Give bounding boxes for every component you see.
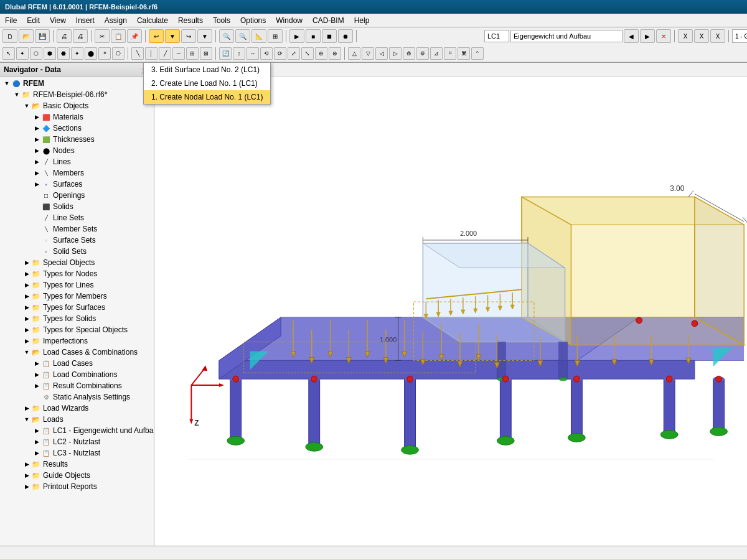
lines-toggle[interactable]: ▶	[32, 157, 41, 166]
loadcomb-toggle[interactable]: ▶	[32, 370, 41, 379]
tree-rfem-root[interactable]: ▼ 🔵 RFEM	[0, 78, 154, 89]
loads-toggle[interactable]: ▼	[22, 415, 31, 424]
tb-new[interactable]: 🗋	[2, 29, 17, 43]
tb2-b2[interactable]: │	[145, 47, 157, 60]
lc-select[interactable]: LC1	[484, 30, 509, 42]
tree-line-sets[interactable]: ▶ ╱ Line Sets	[0, 212, 154, 223]
tree-model[interactable]: ▼ 📁 RFEM-Beispiel-06.rf6*	[0, 89, 154, 100]
tb2-d7[interactable]: ⊿	[430, 47, 443, 60]
sections-toggle[interactable]: ▶	[32, 124, 41, 133]
viewport[interactable]: Loads [kN], [kN/m], [kN/m²] Z	[154, 63, 747, 546]
undo-item-3[interactable]: 1. Create Nodal Load No. 1 (LC1)	[144, 90, 270, 104]
tree-result-combinations[interactable]: ▶ 📋 Result Combinations	[0, 380, 154, 391]
tb2-d8[interactable]: ⌗	[444, 47, 456, 60]
typesmembers-toggle[interactable]: ▶	[22, 292, 31, 301]
tb2-c6[interactable]: ⤢	[288, 47, 300, 60]
tb-open[interactable]: 📂	[19, 29, 34, 43]
tree-sections[interactable]: ▶ 🔷 Sections	[0, 123, 154, 134]
tb2-b3[interactable]: ╱	[159, 47, 171, 60]
tb2-c4[interactable]: ⟲	[260, 47, 273, 60]
tb2-c1[interactable]: 🔄	[219, 47, 232, 60]
basic-toggle[interactable]: ▼	[22, 101, 31, 110]
tree-member-sets[interactable]: ▶ ╲ Member Sets	[0, 223, 154, 235]
tb-e2[interactable]: X	[694, 29, 709, 43]
surfaces-toggle[interactable]: ▶	[32, 180, 41, 189]
lc-combo[interactable]: Eigengewicht und Aufbau	[510, 30, 622, 42]
special-toggle[interactable]: ▶	[22, 258, 31, 267]
tb2-c8[interactable]: ⊕	[315, 47, 327, 60]
tree-results[interactable]: ▶ 📁 Results	[0, 459, 154, 470]
tree-types-nodes[interactable]: ▶ 📁 Types for Nodes	[0, 268, 154, 279]
tb-c4[interactable]: ⊞	[268, 29, 283, 43]
tb2-a7[interactable]: ⬤	[85, 47, 97, 60]
tree-types-lines[interactable]: ▶ 📁 Types for Lines	[0, 279, 154, 291]
tb-print[interactable]: 🖨	[57, 29, 72, 43]
tree-types-solids[interactable]: ▶ 📁 Types for Solids	[0, 313, 154, 324]
tb-e3[interactable]: X	[710, 29, 725, 43]
imperfections-toggle[interactable]: ▶	[22, 337, 31, 345]
menu-tools[interactable]: Tools	[208, 15, 235, 26]
lc-prev[interactable]: ◀	[624, 29, 639, 43]
tb2-c2[interactable]: ↕	[233, 47, 245, 60]
typeslines-toggle[interactable]: ▶	[22, 281, 31, 289]
tb2-b1[interactable]: ╲	[131, 47, 144, 60]
tree-solids[interactable]: ▶ ⬛ Solids	[0, 201, 154, 212]
tb-c1[interactable]: 🔍	[219, 29, 234, 43]
lc2-toggle[interactable]: ▶	[32, 437, 41, 446]
tb2-c9[interactable]: ⊗	[329, 47, 341, 60]
tree-lines[interactable]: ▶ ╱ Lines	[0, 156, 154, 167]
tree-types-members[interactable]: ▶ 📁 Types for Members	[0, 291, 154, 302]
tb2-d5[interactable]: ⟰	[403, 47, 415, 60]
tree-special-objects[interactable]: ▶ 📁 Special Objects	[0, 257, 154, 268]
undo-item-2[interactable]: 2. Create Line Load No. 1 (LC1)	[144, 77, 270, 90]
tree-load-cases[interactable]: ▶ 📋 Load Cases	[0, 358, 154, 369]
lcc-toggle[interactable]: ▼	[22, 348, 31, 357]
tb2-c5[interactable]: ⟳	[274, 47, 286, 60]
tree-members[interactable]: ▶ ╲ Members	[0, 167, 154, 179]
tb-d4[interactable]: ⏺	[338, 29, 353, 43]
resultcomb-toggle[interactable]: ▶	[32, 381, 41, 390]
tb-b3[interactable]: 📌	[127, 29, 142, 43]
undo-item-1[interactable]: 3. Edit Surface Load No. 2 (LC1)	[144, 63, 270, 77]
tree-nodes[interactable]: ▶ ⬤ Nodes	[0, 145, 154, 156]
tb2-b6[interactable]: ⊠	[200, 47, 212, 60]
loadwizards-toggle[interactable]: ▶	[22, 404, 31, 413]
menu-window[interactable]: Window	[271, 15, 308, 26]
tb2-d2[interactable]: ▽	[362, 47, 374, 60]
menu-assign[interactable]: Assign	[100, 15, 132, 26]
tb-e1[interactable]: X	[678, 29, 693, 43]
tree-load-wizards[interactable]: ▶ 📁 Load Wizards	[0, 403, 154, 414]
loadcases-toggle[interactable]: ▶	[32, 359, 41, 368]
tb2-d6[interactable]: ⟱	[416, 47, 429, 60]
tb2-a1[interactable]: ↖	[2, 47, 15, 60]
menu-help[interactable]: Help	[349, 15, 375, 26]
typesnodes-toggle[interactable]: ▶	[22, 269, 31, 278]
menu-results[interactable]: Results	[173, 15, 208, 26]
tree-lc1[interactable]: ▶ 📋 LC1 - Eigengewicht und Aufbau	[0, 425, 154, 436]
tb-redo-arrow[interactable]: ▼	[197, 29, 212, 43]
menu-cadbim[interactable]: CAD-BIM	[308, 15, 349, 26]
tree-materials[interactable]: ▶ 🟥 Materials	[0, 111, 154, 123]
tb-save[interactable]: 💾	[35, 29, 50, 43]
typessolids-toggle[interactable]: ▶	[22, 314, 31, 323]
tb2-a8[interactable]: ⌖	[98, 47, 111, 60]
thicknesses-toggle[interactable]: ▶	[32, 135, 41, 144]
tree-printout-reports[interactable]: ▶ 📁 Printout Reports	[0, 481, 154, 492]
tree-openings[interactable]: ▶ □ Openings	[0, 190, 154, 201]
tb2-d9[interactable]: ⌘	[458, 47, 470, 60]
tb-b2[interactable]: 📋	[111, 29, 126, 43]
nodes-toggle[interactable]: ▶	[32, 146, 41, 155]
tb2-d3[interactable]: ◁	[375, 47, 388, 60]
tree-guide-objects[interactable]: ▶ 📁 Guide Objects	[0, 470, 154, 481]
tb-b1[interactable]: ✂	[95, 29, 110, 43]
tb2-c3[interactable]: ↔	[247, 47, 259, 60]
menu-view[interactable]: View	[45, 15, 71, 26]
guideobjects-toggle[interactable]: ▶	[22, 471, 31, 480]
menu-calculate[interactable]: Calculate	[132, 15, 173, 26]
tree-surfaces[interactable]: ▶ ▪ Surfaces	[0, 179, 154, 190]
coord-system[interactable]: 1 - Global XYZ	[732, 29, 747, 43]
tb2-a6[interactable]: ✦	[71, 47, 83, 60]
tree-static-analysis[interactable]: ▶ ⚙ Static Analysis Settings	[0, 391, 154, 403]
tb2-d4[interactable]: ▷	[389, 47, 402, 60]
tree-solid-sets[interactable]: ▶ ▫ Solid Sets	[0, 246, 154, 257]
